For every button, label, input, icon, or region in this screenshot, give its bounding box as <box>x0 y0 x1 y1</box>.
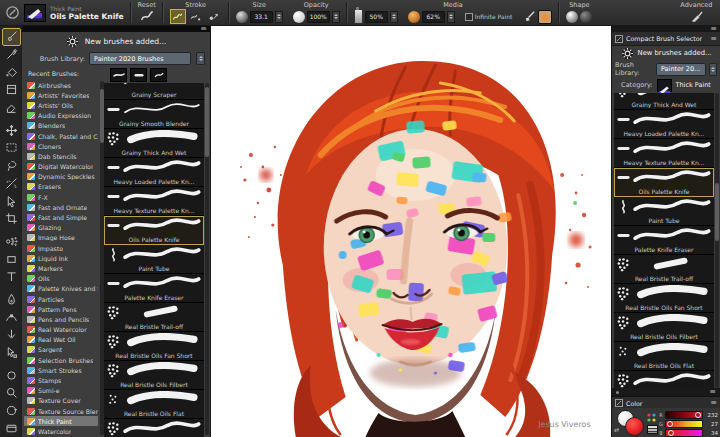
tool-eraser[interactable] <box>2 99 21 117</box>
freehand-stroke-button[interactable] <box>170 9 186 24</box>
brush-variant-item[interactable]: Real Bristle Oils Filbert <box>104 361 204 390</box>
brush-variant-item[interactable]: Heavy Texture Palette Kn... <box>104 187 204 216</box>
tool-point-edit[interactable] <box>2 308 21 326</box>
category-item[interactable]: Artists' Oils <box>24 100 98 110</box>
category-item[interactable]: Palette Knives and Sp... <box>24 284 98 294</box>
category-item[interactable]: Oils <box>24 274 98 284</box>
dab-shape-icon[interactable] <box>566 11 578 23</box>
tool-lasso[interactable] <box>2 157 21 175</box>
right-panel-titlebar[interactable]: Compact Brush Selector ≡ <box>612 32 720 46</box>
opacity-value[interactable]: 100% <box>307 11 330 23</box>
category-item[interactable]: Liquid Ink <box>24 253 98 263</box>
new-brushes-banner[interactable]: New brushes added... <box>22 33 210 50</box>
brush-variant-item[interactable]: Grainy Smooth Blender <box>104 100 204 129</box>
tool-pen[interactable] <box>2 291 21 309</box>
category-item[interactable]: Real Wet Oil <box>24 335 98 345</box>
tool-rect-select[interactable] <box>2 139 21 157</box>
brush-variant-item[interactable]: Real Bristle Oils Filbert <box>614 313 714 342</box>
category-item[interactable]: Image Hose <box>24 233 98 243</box>
brush-variant-item[interactable]: Grainy Thick And Wet <box>104 129 204 158</box>
panel-options-icon[interactable]: ≡ <box>710 400 717 406</box>
canvas[interactable]: Jesus Viveros <box>211 25 612 437</box>
variant-scrollbar[interactable] <box>205 83 209 435</box>
category-item[interactable]: Particles <box>24 294 98 304</box>
panel-menu-icon[interactable]: ≡ <box>710 26 717 32</box>
brush-variant-item[interactable]: Real Bristle Oils Fan Short <box>104 332 204 361</box>
right-panel-tabbar[interactable]: ≡ <box>612 25 720 32</box>
variant-scrollbar[interactable] <box>715 93 719 388</box>
tool-text[interactable] <box>2 268 21 286</box>
size-flyout-icon[interactable] <box>236 11 248 23</box>
tool-paper[interactable] <box>2 81 21 99</box>
color-panel-tabbar[interactable]: ≡ <box>612 388 720 396</box>
brush-variant-item[interactable]: Paint Tube <box>104 245 204 274</box>
opacity-flyout-icon[interactable] <box>293 11 305 23</box>
category-item[interactable]: Selection Brushes <box>24 355 98 365</box>
category-item[interactable]: Pattern Pens <box>24 304 98 314</box>
color-layers-icon[interactable] <box>647 425 658 434</box>
tool-rotate-page[interactable] <box>2 402 21 420</box>
paint-flow-icon[interactable] <box>354 9 363 24</box>
category-item[interactable]: Blenders <box>24 121 98 131</box>
category-item[interactable]: Stamps <box>24 375 98 385</box>
category-item[interactable]: Watercolor <box>24 426 98 436</box>
brush-variant-item[interactable]: Smooth Round Oils <box>614 371 714 388</box>
tool-paint-bucket[interactable] <box>2 63 21 81</box>
brush-library-stepper[interactable] <box>196 52 205 65</box>
brush-panel-titlebar[interactable]: ≡ <box>22 25 210 32</box>
recent-brush-thumb[interactable] <box>150 68 167 82</box>
brush-variant-item[interactable]: Oils Palette Knife <box>104 216 204 245</box>
category-item[interactable]: Fast and Simple <box>24 212 98 222</box>
tool-crop[interactable] <box>2 210 21 228</box>
swap-colors-icon[interactable]: ⇄ <box>614 426 619 433</box>
opacity-stepper[interactable] <box>332 11 340 23</box>
category-item[interactable]: Glazing <box>24 223 98 233</box>
brush-variant-item[interactable]: Grainy Thick And Wet <box>614 93 714 110</box>
brush-variant-item[interactable]: Heavy Texture Palette Kn... <box>614 139 714 168</box>
dab-options-button[interactable] <box>206 9 222 24</box>
size-stepper[interactable] <box>275 11 283 23</box>
brush-variant-item[interactable]: Real Bristle Oils Flat <box>104 390 204 419</box>
collapse-icon[interactable] <box>615 399 623 407</box>
brush-variant-item[interactable]: Oils Palette Knife <box>614 168 714 197</box>
collapse-icon[interactable] <box>615 35 623 43</box>
green-value[interactable]: 27 <box>705 421 718 427</box>
category-item[interactable]: Impasto <box>24 243 98 253</box>
panel-menu-icon[interactable]: ≡ <box>709 389 716 395</box>
category-item[interactable]: Smart Strokes <box>24 365 98 375</box>
pen-mode-icon[interactable] <box>523 10 536 23</box>
tool-layer-adjuster[interactable] <box>2 192 21 210</box>
red-slider[interactable] <box>665 411 703 419</box>
recent-brush-thumb[interactable] <box>110 68 127 82</box>
color-set-icon[interactable] <box>646 412 657 423</box>
tool-brush[interactable] <box>2 28 21 46</box>
tool-magnifier[interactable] <box>2 384 21 402</box>
category-item[interactable]: Erasers <box>24 182 98 192</box>
tool-hand[interactable] <box>2 419 21 437</box>
category-row[interactable]: Category: Thick Paint <box>612 77 720 93</box>
category-item[interactable]: Texture Cover <box>24 396 98 406</box>
main-color-swatch[interactable] <box>625 417 644 436</box>
media-flow-value[interactable]: 50% <box>365 11 388 23</box>
blue-slider[interactable] <box>665 429 703 437</box>
brush-library-dropdown[interactable]: Painter 20... <box>656 63 706 76</box>
media-grain-stepper[interactable] <box>447 11 455 23</box>
blue-value[interactable]: 34 <box>705 430 718 436</box>
category-item[interactable]: Markers <box>24 263 98 273</box>
size-value[interactable]: 33.1 <box>250 11 273 23</box>
media-grain-value[interactable]: 62% <box>422 11 445 23</box>
brush-variant-item[interactable]: Grainy Scraper <box>104 83 204 100</box>
tool-convert-point[interactable] <box>2 326 21 344</box>
current-brush[interactable]: Thick Paint Oils Palette Knife <box>0 0 129 25</box>
category-item[interactable]: Artists' Favorites <box>24 90 98 100</box>
brush-library-stepper[interactable] <box>709 63 717 76</box>
category-item[interactable]: Fast and Ornate <box>24 202 98 212</box>
tool-magic-wand[interactable] <box>2 175 21 193</box>
category-item[interactable]: Sumi-e <box>24 386 98 396</box>
new-brushes-banner[interactable]: New brushes added... <box>612 45 720 61</box>
category-item[interactable]: Sargent <box>24 345 98 355</box>
brush-library-dropdown[interactable]: Painter 2020 Brushes <box>89 52 191 65</box>
tool-shape-select[interactable] <box>2 344 21 362</box>
tool-dropper[interactable] <box>2 46 21 64</box>
dab-texture-icon[interactable] <box>580 11 592 23</box>
